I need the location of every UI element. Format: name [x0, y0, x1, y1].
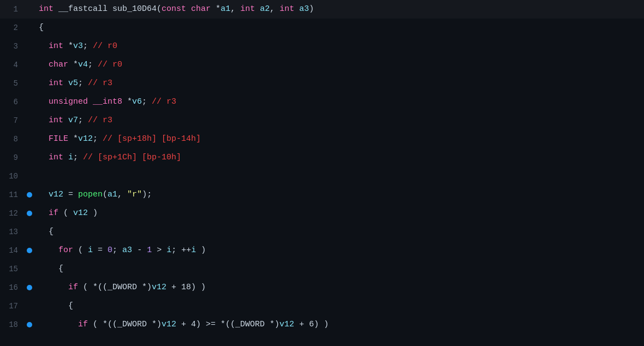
code-text: { — [34, 223, 53, 241]
line-number: 11 — [0, 190, 25, 199]
code-token: v7 — [68, 116, 78, 125]
code-text: if ( *((_DWORD *)v12 + 4) >= *((_DWORD *… — [34, 315, 329, 334]
code-token — [39, 153, 49, 162]
code-token: a1 — [220, 4, 230, 14]
code-text: int v5; // r3 — [34, 74, 112, 93]
code-token: ( — [73, 246, 88, 255]
code-text: unsigned __int8 *v6; // r3 — [34, 93, 176, 111]
code-token: ; ++ — [171, 246, 191, 255]
code-token: v12 — [162, 320, 176, 329]
code-token: __int8 — [93, 97, 122, 106]
breakpoint-dot — [27, 285, 32, 290]
code-token: { — [39, 227, 53, 236]
code-token: * — [63, 41, 73, 51]
code-token: { — [39, 264, 63, 273]
code-token: v3 — [73, 41, 83, 51]
breakpoint-dot — [27, 248, 32, 253]
code-token: if — [78, 320, 88, 329]
code-token: { — [39, 301, 73, 311]
breakpoint-indicator[interactable] — [25, 211, 34, 216]
code-text: if ( *((_DWORD *)v12 + 18) ) — [34, 278, 206, 297]
code-token: v12 — [152, 283, 166, 292]
code-token: int — [49, 153, 63, 162]
code-text: int v7; // r3 — [34, 111, 112, 130]
line-number: 17 — [0, 302, 25, 311]
code-token: v12 — [73, 208, 88, 218]
code-token: int — [240, 4, 255, 14]
code-token — [39, 134, 49, 144]
code-token: char — [49, 60, 68, 69]
line-number: 3 — [0, 42, 25, 51]
code-token: ) — [309, 4, 314, 14]
breakpoint-indicator[interactable] — [25, 192, 34, 198]
code-line: 7 int v7; // r3 — [0, 111, 644, 130]
code-token: ( — [58, 208, 73, 218]
code-token: + 18) ) — [166, 283, 206, 292]
code-token — [39, 283, 68, 292]
code-line: 2{ — [0, 19, 644, 37]
code-token: if — [68, 283, 78, 292]
code-token: , — [117, 190, 127, 199]
line-number: 15 — [0, 265, 25, 273]
code-token: v5 — [68, 79, 78, 88]
breakpoint-indicator[interactable] — [25, 285, 34, 290]
line-number: 18 — [0, 320, 25, 329]
code-token: * — [122, 97, 132, 106]
code-token — [63, 116, 68, 125]
breakpoint-indicator[interactable] — [25, 248, 34, 253]
line-number: 10 — [0, 172, 25, 181]
code-text: { — [34, 19, 44, 37]
code-token: a3 — [299, 4, 309, 14]
code-line: 16 if ( *((_DWORD *)v12 + 18) ) — [0, 278, 644, 297]
line-number: 16 — [0, 283, 25, 292]
code-token: ( *((_DWORD *) — [88, 320, 162, 329]
code-line: 1int __fastcall sub_10D64(const char *a1… — [0, 0, 644, 19]
code-token: = — [63, 190, 78, 199]
code-token — [294, 4, 299, 14]
code-token: // r0 — [93, 41, 117, 51]
breakpoint-dot — [27, 322, 32, 327]
code-line: 5 int v5; // r3 — [0, 74, 644, 93]
line-number: 13 — [0, 228, 25, 236]
code-token: ; — [88, 60, 98, 69]
code-token: , — [270, 4, 279, 14]
code-token: FILE — [49, 134, 68, 144]
code-token: v12 — [49, 190, 63, 199]
line-number: 14 — [0, 246, 25, 255]
line-number: 7 — [0, 116, 25, 125]
code-line: 9 int i; // [sp+1Ch] [bp-10h] — [0, 148, 644, 167]
code-token: - — [132, 246, 147, 255]
code-line: 12 if ( v12 ) — [0, 204, 644, 223]
code-token — [39, 116, 49, 125]
code-text: int __fastcall sub_10D64(const char *a1,… — [34, 0, 314, 19]
code-token — [88, 97, 93, 106]
line-number: 2 — [0, 23, 25, 32]
code-text: char *v4; // r0 — [34, 56, 122, 74]
code-token: 0 — [108, 246, 112, 255]
code-token — [63, 79, 68, 88]
code-token: int — [49, 41, 63, 51]
code-token — [186, 4, 191, 14]
code-token: * — [211, 4, 220, 14]
code-token: __fastcall sub_10D64( — [53, 4, 162, 14]
line-number: 12 — [0, 209, 25, 218]
code-token: char — [191, 4, 211, 14]
code-token: , — [230, 4, 240, 14]
line-number: 6 — [0, 98, 25, 106]
code-token: ; — [93, 134, 103, 144]
code-token — [255, 4, 260, 14]
breakpoint-indicator[interactable] — [25, 322, 34, 327]
code-text: int i; // [sp+1Ch] [bp-10h] — [34, 148, 181, 167]
code-token: * — [68, 134, 78, 144]
code-token — [39, 246, 58, 255]
line-number: 5 — [0, 79, 25, 88]
code-token: // r3 — [152, 97, 176, 106]
code-token: ) — [196, 246, 206, 255]
code-token: ; — [78, 79, 88, 88]
code-token: a3 — [122, 246, 132, 255]
code-token: ; — [142, 97, 152, 106]
line-number: 9 — [0, 153, 25, 162]
code-token: int — [39, 4, 53, 14]
code-text: for ( i = 0; a3 - 1 > i; ++i ) — [34, 241, 206, 260]
code-text: FILE *v12; // [sp+18h] [bp-14h] — [34, 130, 201, 148]
